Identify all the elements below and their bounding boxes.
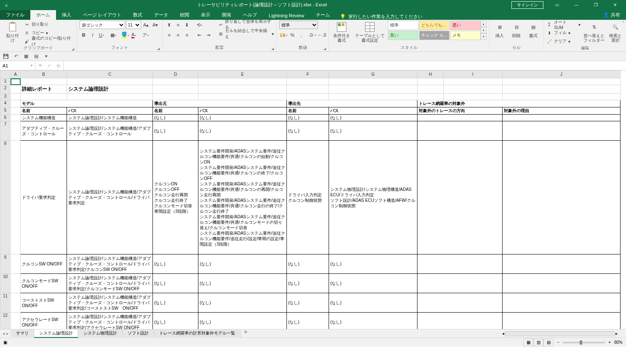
increase-font-button[interactable]: A▴ xyxy=(142,21,150,29)
cell-outdir-10[interactable] xyxy=(417,274,503,293)
style-good[interactable]: 良い xyxy=(388,31,418,40)
cell-outreason-9[interactable] xyxy=(503,254,621,274)
percent-button[interactable]: % xyxy=(288,31,297,39)
style-bad[interactable]: 悪い xyxy=(450,21,481,30)
ribbon-display-options-icon[interactable]: ▭ xyxy=(548,0,566,10)
tab-pagelayout[interactable]: ページ レイアウト xyxy=(77,10,127,20)
merge-center-button[interactable]: ⊞セルを結合して中央揃え ▾ xyxy=(218,30,274,37)
cell[interactable] xyxy=(11,254,21,274)
cell-name-6[interactable]: システム機能構造 xyxy=(21,115,67,121)
decrease-font-button[interactable]: A▾ xyxy=(151,21,160,29)
cell-outdir-9[interactable] xyxy=(417,254,503,274)
cell-srcpath-10[interactable]: (なし) xyxy=(198,274,287,293)
style-memo[interactable]: メモ xyxy=(450,31,481,40)
increase-decimal-button[interactable]: .0→ xyxy=(309,31,317,39)
new-sheet-button[interactable]: ⊕ xyxy=(241,329,251,338)
cell-outreason-6[interactable] xyxy=(503,115,621,121)
cell-outdir-7[interactable] xyxy=(417,121,503,141)
cell-dstname-11[interactable]: (なし) xyxy=(287,293,329,313)
number-launcher[interactable]: ◢ xyxy=(324,47,326,51)
cell-dstpath-8[interactable]: システム物理設計/システム物理構造/ADAS ECU/ドライバ入力判定 ソフト設… xyxy=(329,141,417,254)
autosum-button[interactable]: Σオート SUM ▾ xyxy=(546,21,580,28)
cell[interactable] xyxy=(67,94,153,100)
header-model[interactable]: モデル xyxy=(21,100,153,107)
cell-srcname-12[interactable]: (なし) xyxy=(153,313,198,329)
cell-A1[interactable] xyxy=(11,78,21,85)
row-header-1[interactable]: 1 xyxy=(0,78,11,85)
hscroll-right-icon[interactable]: ▸ xyxy=(615,331,618,336)
insert-cells-button[interactable]: ⊞挿入 xyxy=(492,21,507,39)
header-outside-direction[interactable]: 対象外のトレースの方向 xyxy=(417,107,503,115)
align-left-button[interactable]: ≡ xyxy=(165,31,174,39)
cell-path-10[interactable]: システム論理設計/システム機能構造/アダプティブ・クルーズ・コントロール/ドライ… xyxy=(67,274,153,293)
cell[interactable] xyxy=(503,94,621,100)
cell[interactable] xyxy=(503,78,621,85)
cell-path-6[interactable]: システム論理設計/システム機能構造 xyxy=(67,115,153,121)
header-model-name[interactable]: 名前 xyxy=(21,107,67,115)
comma-button[interactable]: , xyxy=(297,31,305,39)
row-header-4[interactable]: 4 xyxy=(0,100,11,107)
align-middle-button[interactable]: ≡ xyxy=(174,21,182,29)
orientation-button[interactable]: ⟲ xyxy=(195,21,204,29)
cell-srcpath-9[interactable]: (なし) xyxy=(198,254,287,274)
header-outside-reason[interactable]: 対象外の理由 xyxy=(503,107,621,115)
col-header-E[interactable]: E xyxy=(198,71,287,78)
row-header-5[interactable]: 5 xyxy=(0,107,11,115)
col-header-F[interactable]: F xyxy=(287,71,329,78)
find-select-button[interactable]: 🔍検索と 選択 xyxy=(608,21,623,43)
tab-view[interactable]: 表示 xyxy=(195,10,216,20)
cell-dstpath-9[interactable]: (なし) xyxy=(329,254,417,274)
header-dst-path[interactable]: パス xyxy=(329,107,417,115)
italic-button[interactable]: I xyxy=(88,31,97,39)
cell-dstpath-10[interactable]: (なし) xyxy=(329,274,417,293)
cell[interactable] xyxy=(11,107,21,115)
cell-outreason-7[interactable] xyxy=(503,121,621,141)
cell-srcname-6[interactable]: (なし) xyxy=(153,115,198,121)
phonetic-button[interactable]: ア xyxy=(142,31,150,39)
cell[interactable] xyxy=(444,94,503,100)
increase-indent-button[interactable]: ⇥ xyxy=(204,31,213,39)
cell[interactable] xyxy=(11,121,21,141)
cell[interactable] xyxy=(153,94,198,100)
style-check-cell[interactable]: チェック セ... xyxy=(419,31,449,40)
cell[interactable] xyxy=(329,94,417,100)
fill-button[interactable]: ⬇フィル ▾ xyxy=(546,29,580,37)
cell-path-9[interactable]: システム論理設計/システム機能構造/アダプティブ・クルーズ・コントロール/ドライ… xyxy=(67,254,153,274)
tab-team[interactable]: チーム xyxy=(310,10,336,20)
name-box[interactable]: A1▾ xyxy=(0,61,35,70)
cell[interactable] xyxy=(444,78,503,85)
zoom-slider[interactable] xyxy=(563,342,605,343)
cell[interactable] xyxy=(444,85,503,94)
sheet-tab-trace-coverage-excluded[interactable]: トレース網羅率の計算対象外モデル一覧 xyxy=(154,329,241,338)
row-header-6[interactable]: 6 xyxy=(0,115,11,121)
gallery-up[interactable]: ▴ xyxy=(481,21,487,27)
tab-home[interactable]: ホーム xyxy=(30,10,56,20)
header-src-name[interactable]: 名前 xyxy=(153,107,198,115)
fill-color-button[interactable]: 🪣 xyxy=(121,31,129,39)
cell-srcpath-12[interactable]: (なし) xyxy=(198,313,287,329)
tab-file[interactable]: ファイル xyxy=(0,10,30,20)
number-format-select[interactable]: 標準 xyxy=(279,21,318,29)
cell-dstpath-6[interactable]: (なし) xyxy=(329,115,417,121)
horizontal-scrollbar[interactable] xyxy=(505,331,615,336)
cell-dstname-9[interactable]: (なし) xyxy=(287,254,329,274)
report-subtitle[interactable]: システム論理設計 xyxy=(67,85,153,94)
cell-srcpath-7[interactable]: (なし) xyxy=(198,121,287,141)
header-source[interactable]: 導出元 xyxy=(153,100,287,107)
qat-icon-4[interactable]: ▤ xyxy=(33,53,40,60)
cell[interactable] xyxy=(11,100,21,107)
qat-icon-3[interactable]: ▦ xyxy=(23,53,29,60)
clear-button[interactable]: 🧹クリア ▾ xyxy=(546,37,580,45)
zoom-in-button[interactable]: + xyxy=(608,340,611,345)
cell[interactable] xyxy=(198,78,287,85)
cell[interactable] xyxy=(287,78,329,85)
cell-name-10[interactable]: クルコンモードSW ON/OFF xyxy=(21,274,67,293)
tab-data[interactable]: データ xyxy=(148,10,174,20)
page-layout-view-button[interactable]: ▥ xyxy=(533,339,543,346)
sheet-nav-first-icon[interactable]: ◂ xyxy=(3,331,5,336)
tab-review[interactable]: 校閲 xyxy=(174,10,195,20)
cell-outreason-12[interactable] xyxy=(503,313,621,329)
cell[interactable] xyxy=(11,274,21,293)
cell[interactable] xyxy=(287,94,329,100)
report-title[interactable]: 詳細レポート xyxy=(21,85,67,94)
